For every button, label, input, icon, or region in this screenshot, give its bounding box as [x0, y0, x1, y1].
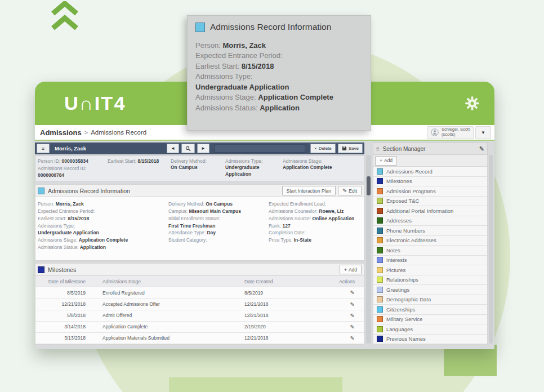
section-color-icon	[377, 168, 383, 175]
customize-pen-icon[interactable]: ✎	[479, 145, 484, 153]
add-milestone-button[interactable]: + Add	[340, 265, 362, 274]
delete-button[interactable]: × Delete	[310, 144, 336, 153]
section-list-item[interactable]: Previous Names	[373, 335, 487, 345]
milestone-stage: Accepted Admissions Offer	[95, 301, 244, 307]
milestones-panel-header: Milestones + Add	[35, 263, 364, 276]
section-list-item[interactable]: Languages	[373, 324, 487, 335]
gear-icon[interactable]	[465, 96, 480, 111]
section-color-icon	[377, 296, 383, 302]
record-panel-title: Admissions Record Information	[48, 188, 130, 194]
edit-button[interactable]: ✎ Edit	[338, 186, 362, 195]
record-field: Earliest Start: 8/15/2018	[38, 215, 168, 222]
milestone-stage: Application Complete	[95, 324, 244, 329]
section-list-item[interactable]: Interests	[373, 256, 487, 266]
section-label: Addresses	[386, 217, 412, 224]
arrow-left-icon: ◄	[171, 146, 175, 151]
section-list-item[interactable]: Greetings	[373, 285, 487, 295]
record-field: Delivery Method: On Campus	[168, 201, 269, 208]
section-list-item[interactable]: Notes	[373, 246, 487, 256]
section-color-icon	[377, 336, 383, 342]
section-list-item[interactable]: Addresses	[373, 216, 487, 226]
milestone-date-created: 12/21/2018	[244, 313, 329, 318]
avatar-icon	[431, 128, 439, 136]
record-field: Rank: 127	[269, 222, 362, 230]
record-field: Completion Date:	[269, 229, 362, 237]
previous-record-button[interactable]: ◄	[167, 144, 179, 153]
add-section-button[interactable]: + Add	[375, 156, 397, 166]
arrow-right-icon: ►	[201, 146, 206, 151]
page: U∩IT4	[0, 0, 544, 392]
edit-pencil-icon[interactable]: ✎	[350, 301, 355, 308]
section-list-item[interactable]: Military Service	[373, 315, 487, 325]
popup-field: Person: Morris, Zack	[195, 41, 363, 51]
section-list-item[interactable]: Relationships	[373, 275, 487, 286]
section-label: Electronic Addresses	[386, 237, 436, 243]
user-menu-button[interactable]: ▼	[475, 126, 491, 139]
section-color-icon	[377, 306, 383, 313]
section-list-item[interactable]: Demographic Data	[373, 295, 487, 305]
search-button[interactable]	[181, 144, 195, 153]
section-color-icon	[377, 247, 383, 253]
next-record-button[interactable]: ►	[197, 144, 209, 153]
edit-pencil-icon[interactable]: ✎	[350, 289, 355, 296]
edit-pencil-icon[interactable]: ✎	[350, 335, 355, 341]
record-field: Admissions Counselor: Roewe, Liz	[269, 208, 362, 215]
section-list-item[interactable]: Admissions Record	[373, 167, 487, 177]
menu-button[interactable]: ≡	[37, 144, 50, 153]
section-manager-header: ≡ Section Manager ✎	[373, 142, 488, 155]
main-scrollbar[interactable]	[366, 155, 371, 344]
milestone-date: 12/21/2018	[35, 301, 95, 307]
breadcrumb-current: Admissions Record	[91, 129, 146, 136]
section-color-icon	[377, 208, 383, 214]
summary-ids: Person ID: 0000035834 Admissions Record …	[38, 158, 108, 180]
record-field: Expected Entrance Period:	[38, 208, 168, 215]
sidebar-scrollbar[interactable]	[489, 155, 493, 344]
breadcrumb-root[interactable]: Admissions	[40, 128, 82, 137]
section-list-item[interactable]: Additional Portal Information	[373, 206, 487, 216]
plus-icon: +	[344, 267, 347, 273]
milestone-date: 3/13/2018	[35, 335, 95, 341]
section-color-icon	[377, 228, 383, 234]
content-area: ≡ Morris, Zack ◄	[35, 141, 494, 349]
section-list-item[interactable]: Pictures	[373, 265, 487, 275]
main-column: ≡ Morris, Zack ◄	[35, 142, 364, 345]
record-panel-body: Person: Morris, Zack Expected Entrance P…	[35, 197, 364, 261]
milestone-date-created: 8/5/2019	[244, 290, 329, 296]
main-scrollbar-thumb[interactable]	[367, 176, 371, 195]
record-field: Admissions Status: Application	[38, 244, 168, 251]
start-interaction-plan-button[interactable]: Start Interaction Plan	[282, 186, 336, 195]
user-badge[interactable]: Schlegel, Scott (scotts)	[427, 126, 474, 139]
milestone-date: 8/5/2019	[35, 290, 95, 296]
save-button[interactable]: Save	[338, 144, 363, 153]
hamburger-icon: ≡	[42, 146, 44, 152]
edit-pencil-icon[interactable]: ✎	[350, 313, 355, 319]
admissions-record-popup: Admissions Record Information Person: Mo…	[187, 15, 371, 131]
edit-pencil-icon[interactable]: ✎	[350, 324, 355, 330]
record-field: Initial Enrollment Status: First Time Fr…	[168, 215, 269, 230]
section-manager-title: Section Manager	[383, 146, 426, 152]
section-label: Additional Portal Information	[386, 208, 453, 214]
record-column-2: Delivery Method: On Campus Campus: Misso…	[168, 201, 269, 257]
record-field: Expected Enrollment Load:	[269, 201, 362, 208]
milestone-row: 3/14/2018 Application Complete 2/19/2020…	[35, 322, 364, 333]
toolbar-inset	[215, 144, 305, 153]
section-list-item[interactable]: Admission Programs	[373, 186, 487, 197]
column-header: Actions	[329, 279, 364, 284]
admissions-record-icon	[195, 23, 205, 32]
list-icon: ≡	[376, 146, 380, 152]
section-label: Citizenships	[386, 306, 415, 313]
summary-field: Admissions Type: Undergraduate Applicati…	[225, 158, 283, 180]
section-label: Notes	[386, 247, 400, 253]
section-list-item[interactable]: Milestones	[373, 177, 487, 187]
milestone-date-created: 2/19/2020	[244, 324, 329, 329]
summary-fields: Earliest Start: 8/15/2018 Delivery Metho…	[108, 158, 362, 180]
section-color-icon	[377, 267, 383, 273]
section-list-item[interactable]: Electronic Addresses	[373, 236, 487, 246]
section-label: Milestones	[386, 178, 412, 184]
record-panel-header: Admissions Record Information Start Inte…	[35, 184, 364, 197]
section-label: Previous Names	[386, 336, 426, 342]
section-list-item[interactable]: Citizenships	[373, 305, 487, 315]
milestone-row: 5/8/2018 Admit Offered 12/21/2018 ✎	[35, 310, 364, 322]
section-list-item[interactable]: Exposed T&C	[373, 197, 487, 207]
section-list-item[interactable]: Phone Numbers	[373, 226, 487, 236]
